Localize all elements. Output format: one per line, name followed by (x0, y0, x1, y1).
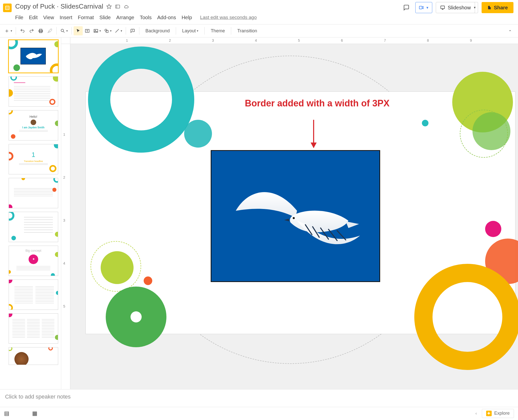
zoom-button[interactable]: ▾ (59, 26, 69, 35)
workspace: ━━━━━━━━━ Hello! I am Jayden Smith (0, 37, 518, 389)
canvas-area[interactable]: 1 2 3 4 5 6 7 8 9 1 2 3 4 5 (61, 37, 518, 389)
slide-thumb-5[interactable] (9, 178, 58, 208)
slide-image-bird[interactable] (211, 150, 380, 282)
bird-icon (225, 174, 366, 261)
paint-format-button[interactable] (45, 26, 54, 35)
ruler-corner (61, 37, 70, 44)
menu-format[interactable]: Format (78, 15, 94, 20)
move-icon[interactable] (115, 4, 120, 9)
menu-tools[interactable]: Tools (140, 15, 152, 20)
grid-view-icon[interactable]: ▦ (32, 410, 37, 417)
thumb3-name: I am Jayden Smith (9, 126, 58, 129)
thumb4-num: 1 (9, 151, 58, 159)
menu-insert[interactable]: Insert (60, 15, 72, 20)
menu-bar: File Edit View Insert Format Slide Arran… (0, 13, 518, 24)
filmstrip-view-icon[interactable]: ▤ (4, 410, 9, 417)
slide-thumb-1[interactable] (9, 40, 58, 73)
slideshow-button[interactable]: Slideshow (436, 2, 475, 13)
explore-plus-icon: ✦ (486, 411, 492, 416)
app-logo-icon[interactable] (3, 4, 12, 12)
ruler-horizontal: 1 2 3 4 5 6 7 8 9 (70, 37, 518, 44)
thumb4-cap: Transition headline (9, 160, 58, 162)
collapse-toolbar-icon[interactable]: ⌃ (505, 27, 514, 36)
speaker-notes-placeholder: Click to add speaker notes (5, 393, 71, 400)
present-meet-button[interactable]: ▼ (415, 2, 432, 13)
svg-rect-3 (116, 5, 120, 8)
slide-thumb-7[interactable]: Big concept ✦ (9, 246, 58, 276)
svg-marker-2 (107, 4, 111, 8)
slide-thumb-2[interactable]: ━━━━━━━━━ (9, 76, 58, 107)
thumb3-hello: Hello! (9, 115, 58, 119)
line-tool[interactable]: ▾ (113, 26, 124, 35)
menu-view[interactable]: View (43, 15, 54, 20)
svg-point-15 (293, 217, 295, 219)
slide-thumb-8[interactable] (9, 279, 58, 310)
print-button[interactable] (36, 26, 45, 35)
deco-pink-dot (485, 221, 501, 237)
slide-thumb-10[interactable] (9, 347, 58, 365)
annotation-text: Border added with a width of 3PX (245, 98, 422, 109)
deco-teal-ring (88, 46, 194, 153)
transition-button[interactable]: Transition (233, 26, 261, 35)
undo-button[interactable] (18, 26, 27, 35)
share-button[interactable]: Share (482, 2, 513, 13)
deco-teal-small (184, 120, 212, 148)
layout-button[interactable]: Layout▾ (178, 26, 202, 35)
chevron-down-icon: ▼ (426, 6, 429, 10)
slide-thumb-3[interactable]: Hello! I am Jayden Smith (9, 110, 58, 141)
menu-arrange[interactable]: Arrange (116, 15, 134, 20)
slide-thumb-4[interactable]: 1 Transition headline (9, 144, 58, 174)
speaker-notes[interactable]: Click to add speaker notes (0, 389, 518, 407)
svg-point-9 (61, 29, 63, 32)
redo-button[interactable] (27, 26, 36, 35)
last-edit-link[interactable]: Last edit was seconds ago (200, 15, 257, 20)
slideshow-label: Slideshow (448, 5, 471, 11)
slideshow-dropdown[interactable]: ▼ (471, 2, 478, 13)
star-icon[interactable] (106, 4, 112, 9)
slide-thumb-6[interactable] (9, 212, 58, 242)
slide-stage[interactable]: Border added with a width of 3PX (70, 44, 518, 389)
cloud-status-icon[interactable] (123, 4, 129, 9)
deco-green-dashed (460, 110, 508, 158)
title-bar: Copy of Puck · SlidesCarnival ▼ Slidesho… (0, 0, 518, 13)
annotation-arrow-icon (313, 120, 314, 148)
toolbar: ＋▾ ▾ ▾ ▾ ▾ Background Layout▾ Theme Tran… (0, 24, 518, 37)
comment-tool[interactable] (128, 26, 137, 35)
svg-rect-4 (419, 6, 422, 9)
svg-point-12 (95, 30, 96, 31)
theme-button[interactable]: Theme (207, 26, 229, 35)
menu-help[interactable]: Help (182, 15, 192, 20)
thumb-number (2, 40, 7, 40)
chevron-left-icon[interactable]: ‹ (476, 411, 477, 416)
thumb7-title: Big concept (9, 249, 58, 252)
slide-panel[interactable]: ━━━━━━━━━ Hello! I am Jayden Smith (0, 37, 61, 389)
explore-button[interactable]: ✦ Explore (482, 409, 514, 418)
new-slide-button[interactable]: ＋▾ (3, 26, 14, 35)
deco-lime-solid (101, 251, 134, 284)
select-tool[interactable] (74, 26, 83, 35)
share-label: Share (494, 5, 508, 11)
svg-rect-6 (489, 7, 490, 8)
shape-tool[interactable]: ▾ (102, 26, 113, 35)
deco-green-donut-hole (131, 311, 142, 322)
svg-rect-5 (441, 6, 445, 9)
document-title[interactable]: Copy of Puck · SlidesCarnival (15, 3, 103, 10)
menu-addons[interactable]: Add-ons (157, 15, 176, 20)
header-right-controls: ▼ Slideshow ▼ Share (401, 2, 513, 13)
image-tool[interactable]: ▾ (92, 26, 102, 35)
menu-slide[interactable]: Slide (99, 15, 111, 20)
background-button[interactable]: Background (141, 26, 174, 35)
svg-rect-0 (6, 6, 9, 10)
layout-label: Layout (182, 28, 196, 34)
menu-file[interactable]: File (15, 15, 23, 20)
slide-thumb-9[interactable] (9, 313, 58, 344)
svg-rect-14 (106, 30, 108, 32)
comments-icon[interactable] (401, 2, 412, 13)
textbox-tool[interactable] (83, 26, 92, 35)
deco-orange-dot (144, 276, 152, 285)
deco-yellow-ring (414, 264, 518, 370)
menu-edit[interactable]: Edit (29, 15, 37, 20)
bottom-bar: ▤ ▦ ‹ ✦ Explore (0, 407, 518, 419)
deco-teal-dot (422, 120, 428, 126)
explore-label: Explore (494, 411, 510, 416)
